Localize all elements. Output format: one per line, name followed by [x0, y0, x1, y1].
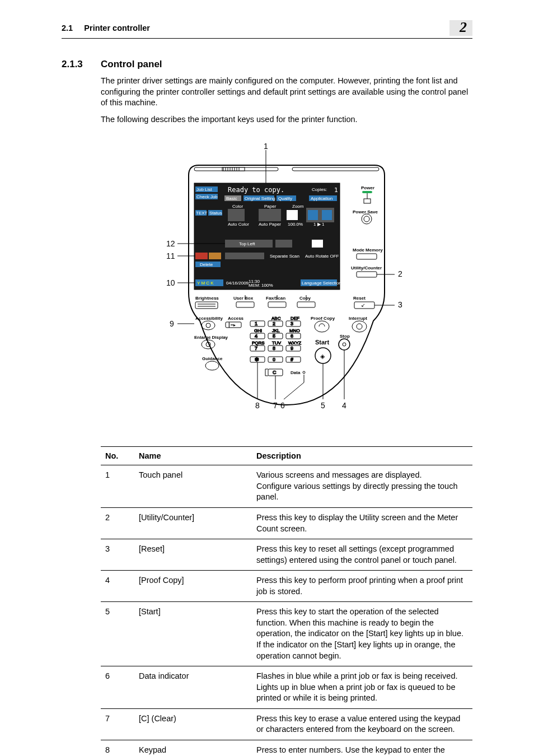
svg-point-141 [315, 321, 329, 332]
table-row: 4[Proof Copy]Press this key to perform p… [101, 571, 472, 602]
svg-text:Application: Application [311, 196, 332, 201]
svg-rect-48 [312, 240, 323, 248]
svg-text:Data: Data [291, 370, 301, 375]
table-row: 1Touch panelVarious screens and messages… [101, 465, 472, 508]
control-panel-table: No. Name Description 1Touch panelVarious… [101, 446, 472, 756]
table-row: 3[Reset]Press this key to reset all sett… [101, 539, 472, 571]
svg-text:C: C [273, 370, 277, 375]
svg-point-100 [205, 361, 219, 370]
svg-text:TEXT: TEXT [196, 211, 208, 216]
intro-paragraph-1: The printer driver settings are mainly c… [101, 76, 472, 109]
col-description: Description [252, 447, 472, 465]
table-row: 7[C] (Clear)Press this key to erase a va… [101, 708, 472, 740]
svg-text:Zoom: Zoom [292, 204, 304, 209]
svg-text:ABC: ABC [271, 316, 281, 321]
svg-rect-85 [297, 302, 315, 307]
svg-line-161 [284, 382, 304, 399]
svg-rect-73 [357, 272, 377, 277]
svg-text:MEM: 100%: MEM: 100% [249, 283, 273, 288]
svg-point-97 [202, 340, 215, 349]
svg-text:Guidance: Guidance [202, 356, 223, 361]
svg-text:JKL: JKL [272, 328, 280, 333]
svg-text:Status: Status [209, 211, 222, 216]
svg-rect-36 [259, 209, 281, 221]
svg-rect-82 [268, 302, 286, 307]
svg-text:Reset: Reset [353, 296, 366, 301]
svg-text:4: 4 [255, 333, 257, 339]
svg-text:3: 3 [398, 300, 402, 309]
svg-text:Auto Paper: Auto Paper [259, 222, 281, 227]
svg-text:4: 4 [342, 401, 346, 410]
svg-text:User Box: User Box [233, 296, 254, 301]
svg-point-147 [343, 343, 346, 346]
svg-text:GHI: GHI [254, 328, 262, 333]
svg-point-91 [202, 321, 215, 330]
svg-text:◈: ◈ [320, 353, 325, 360]
svg-point-69 [364, 216, 369, 222]
chapter-badge: 2 [449, 20, 472, 36]
svg-text:2: 2 [398, 269, 402, 278]
svg-text:↙: ↙ [361, 302, 366, 308]
svg-text:#: # [291, 357, 293, 362]
svg-text:Accessibility: Accessibility [195, 316, 223, 321]
table-row: 6Data indicatorFlashes in blue while a p… [101, 666, 472, 709]
svg-rect-40 [322, 210, 332, 220]
svg-text:100.0%: 100.0% [288, 222, 303, 227]
svg-point-92 [206, 323, 210, 328]
svg-rect-50 [209, 253, 221, 259]
svg-rect-75 [195, 302, 218, 309]
svg-text:5: 5 [273, 333, 275, 339]
svg-text:Ready to copy.: Ready to copy. [228, 186, 284, 194]
svg-text:Language Selection: Language Selection [302, 281, 341, 286]
svg-text:6: 6 [280, 401, 285, 410]
svg-text:Start: Start [315, 339, 329, 346]
svg-text:✱: ✱ [255, 357, 259, 362]
svg-point-144 [357, 324, 362, 329]
section-number: 2.1 [62, 24, 73, 32]
svg-text:1: 1 [264, 142, 268, 151]
table-row: 8KeypadPress to enter numbers. Use the k… [101, 740, 472, 756]
svg-text:Brightness: Brightness [195, 296, 219, 301]
svg-text:9: 9 [291, 346, 293, 351]
svg-point-139 [303, 371, 305, 374]
svg-text:Access: Access [228, 316, 244, 321]
svg-text:MNO: MNO [289, 328, 300, 333]
svg-text:PQRS: PQRS [252, 340, 265, 346]
svg-text:Separate Scan: Separate Scan [270, 254, 299, 259]
svg-rect-49 [195, 253, 208, 259]
svg-text:1: 1 [334, 186, 338, 194]
svg-rect-79 [236, 302, 254, 307]
svg-rect-47 [275, 240, 292, 248]
table-row: 5[Start]Press this key to start the oper… [101, 602, 472, 666]
svg-text:WXYZ: WXYZ [288, 340, 301, 346]
svg-text:Top Left: Top Left [239, 241, 255, 246]
svg-text:DEF: DEF [291, 316, 299, 321]
svg-text:1: 1 [255, 321, 257, 326]
svg-rect-66 [364, 199, 371, 203]
svg-text:8: 8 [273, 346, 275, 351]
table-row: 2[Utility/Counter]Press this key to disp… [101, 507, 472, 539]
intro-paragraph-2: The following describes the important ke… [101, 114, 472, 125]
svg-text:Interrupt: Interrupt [349, 316, 367, 321]
svg-text:6: 6 [291, 333, 293, 339]
svg-text:Paper: Paper [264, 204, 277, 209]
section-title: Printer controller [84, 24, 150, 32]
col-no: No. [101, 447, 134, 465]
svg-text:Quality: Quality [278, 196, 292, 201]
svg-rect-51 [225, 253, 264, 259]
heading-title: Control panel [101, 59, 162, 70]
svg-rect-64 [362, 191, 372, 193]
svg-text:Mode Memory: Mode Memory [353, 248, 383, 253]
svg-text:Delete: Delete [200, 262, 213, 267]
svg-text:11: 11 [166, 251, 175, 260]
svg-rect-71 [357, 254, 377, 259]
svg-rect-37 [287, 210, 298, 220]
svg-text:┃━▸: ┃━▸ [228, 322, 236, 328]
svg-text:Stop: Stop [340, 334, 350, 339]
svg-text:Enlarge Display: Enlarge Display [194, 335, 228, 340]
svg-point-146 [339, 339, 350, 350]
col-name: Name [134, 447, 252, 465]
svg-point-143 [352, 321, 367, 332]
svg-text:Basic: Basic [226, 196, 237, 201]
svg-text:Auto Color: Auto Color [228, 222, 249, 227]
